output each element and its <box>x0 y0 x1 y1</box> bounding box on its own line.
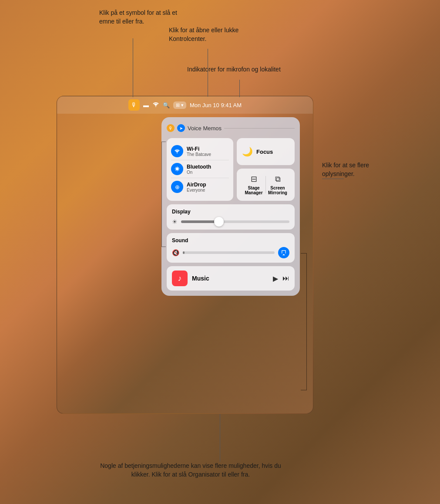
annotation-more-info: Klik for at se flere oplysninger. <box>322 161 400 178</box>
network-bracket <box>161 142 166 247</box>
screen-mirroring-icon: ⧉ <box>275 175 281 184</box>
wifi-icon <box>152 102 159 108</box>
screen-mirroring-tile[interactable]: ⧉ Screen Mirroring <box>266 174 289 195</box>
annotation-line-cc <box>208 49 208 97</box>
app-usage-bar: 🎙 ➤ Voice Memos <box>167 122 295 135</box>
airplay-button[interactable] <box>278 247 289 258</box>
menu-bar-time: Mon Jun 10 9:41 AM <box>190 102 242 108</box>
annotation-indicators: Indikatorer for mikrofon og lokalitet <box>187 65 287 74</box>
mute-icon: 🔇 <box>172 249 179 256</box>
screen-frame: 🎙 ▬ 🔍 ⊞ ▾ Mon Jun 10 9:41 AM <box>57 96 313 414</box>
annotation-toggle-symbol: Klik på et symbol for at slå et emne til… <box>99 9 186 26</box>
focus-label: Focus <box>256 149 273 155</box>
wifi-text: Wi-Fi The Batcave <box>187 146 211 157</box>
airdrop-network-icon: ⊕ <box>171 181 183 193</box>
location-indicator: ➤ <box>177 124 185 132</box>
right-tiles: 🌙 Focus ⊟ Stage Manager ⧉ Screen Mirrori… <box>237 138 295 201</box>
mic-button[interactable]: 🎙 <box>128 99 140 111</box>
network-tile[interactable]: Wi-Fi The Batcave ✷ Bluetooth On <box>167 138 233 201</box>
annotation-open-control-center: Klik for at åbne eller lukke Kontrolcent… <box>169 26 252 43</box>
music-app-icon: ♪ <box>172 271 188 286</box>
search-icon[interactable]: 🔍 <box>163 102 170 108</box>
sound-slider-fill <box>183 251 185 254</box>
display-label: Display <box>172 209 289 215</box>
bluetooth-text: Bluetooth On <box>187 164 211 175</box>
menu-bar: 🎙 ▬ 🔍 ⊞ ▾ Mon Jun 10 9:41 AM <box>57 96 313 114</box>
annotation-line-bottom <box>220 414 220 462</box>
sound-label: Sound <box>172 237 289 244</box>
display-slider-row: ☀ <box>172 218 289 225</box>
airdrop-text: AirDrop Everyone <box>187 182 206 193</box>
control-center-button[interactable]: ⊞ ▾ <box>173 101 186 109</box>
music-section: ♪ Music ▶ ⏭ <box>167 266 295 291</box>
focus-tile[interactable]: 🌙 Focus <box>237 138 295 165</box>
display-slider-track[interactable] <box>181 220 289 223</box>
annotation-line-right <box>322 179 344 179</box>
annotation-line-indicator <box>239 80 240 97</box>
play-button[interactable]: ▶ <box>273 274 278 283</box>
stage-manager-icon: ⊟ <box>251 174 257 184</box>
app-usage-label: Voice Memos <box>188 125 222 132</box>
mic-indicator: 🎙 <box>167 124 175 132</box>
sound-slider-track[interactable] <box>183 251 275 254</box>
annotation-more-options: Nogle af betjeningsmulighederne kan vise… <box>99 462 282 479</box>
display-section: Display ☀ <box>167 204 295 230</box>
brightness-icon: ☀ <box>172 218 178 225</box>
control-center-panel: 🎙 ➤ Voice Memos <box>161 117 300 296</box>
music-controls: ▶ ⏭ <box>273 274 289 283</box>
display-slider-fill <box>181 220 219 223</box>
stage-mirror-tile: ⊟ Stage Manager ⧉ Screen Mirroring <box>237 169 295 201</box>
airdrop-item[interactable]: ⊕ AirDrop Everyone <box>171 178 229 196</box>
stage-manager-tile[interactable]: ⊟ Stage Manager <box>242 174 265 195</box>
tiles-row: Wi-Fi The Batcave ✷ Bluetooth On <box>167 138 295 201</box>
music-label: Music <box>192 275 269 282</box>
display-slider-thumb[interactable] <box>214 217 224 227</box>
wifi-item[interactable]: Wi-Fi The Batcave <box>171 142 229 160</box>
expand-line <box>224 128 295 129</box>
focus-icon: 🌙 <box>242 146 253 157</box>
forward-button[interactable]: ⏭ <box>282 274 289 282</box>
sound-section: Sound 🔇 <box>167 233 295 263</box>
stage-manager-label: Stage Manager <box>242 186 265 195</box>
screen-mirroring-label: Screen Mirroring <box>266 186 289 195</box>
bluetooth-network-icon: ✷ <box>171 163 183 175</box>
sound-slider-row: 🔇 <box>172 247 289 258</box>
wifi-network-icon <box>171 145 183 157</box>
annotation-line-mic <box>133 38 133 97</box>
battery-icon: ▬ <box>143 102 149 108</box>
bluetooth-item[interactable]: ✷ Bluetooth On <box>171 160 229 178</box>
sliders-bracket <box>301 253 307 390</box>
